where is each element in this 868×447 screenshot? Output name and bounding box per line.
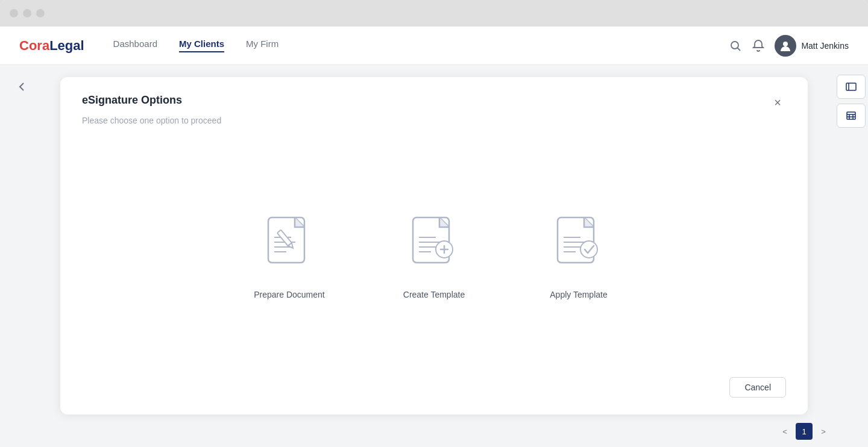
user-name: Matt Jenkins xyxy=(801,41,849,51)
modal-subtitle: Please choose one option to proceed xyxy=(82,116,786,125)
svg-line-1 xyxy=(738,48,741,51)
apply-template-label: Apply Template xyxy=(550,290,607,299)
prepare-document-label: Prepare Document xyxy=(254,290,325,299)
panel-btn-2[interactable] xyxy=(837,104,866,128)
close-button[interactable]: × xyxy=(769,94,786,111)
nav-links: Dashboard My Clients My Firm xyxy=(113,39,729,52)
logo-legal: Legal xyxy=(49,38,84,53)
window-dot-2 xyxy=(23,9,31,17)
svg-rect-3 xyxy=(846,83,856,90)
navbar: CoraLegal Dashboard My Clients My Firm xyxy=(0,27,868,65)
logo-cora: Cora xyxy=(19,38,49,53)
avatar xyxy=(775,35,796,57)
right-panel xyxy=(834,65,868,447)
nav-dashboard[interactable]: Dashboard xyxy=(113,39,157,52)
window-dot-1 xyxy=(10,9,18,17)
nav-actions: Matt Jenkins xyxy=(729,35,849,57)
panel-btn-1[interactable] xyxy=(837,75,866,99)
modal-header: eSignature Options × xyxy=(82,94,786,111)
search-icon[interactable] xyxy=(729,39,742,52)
app-window: CoraLegal Dashboard My Clients My Firm xyxy=(0,0,868,447)
option-prepare-document[interactable]: Prepare Document xyxy=(253,205,326,299)
prepare-document-icon xyxy=(253,205,326,278)
esignature-modal: eSignature Options × Please choose one o… xyxy=(60,77,808,414)
svg-point-0 xyxy=(731,42,738,49)
create-template-icon xyxy=(398,205,470,278)
notification-icon[interactable] xyxy=(752,39,765,52)
svg-point-2 xyxy=(783,42,788,46)
pagination-next[interactable]: > xyxy=(815,423,832,440)
options-row: Prepare Document xyxy=(82,149,786,367)
main-content: eSignature Options × Please choose one o… xyxy=(0,65,868,447)
app-body: CoraLegal Dashboard My Clients My Firm xyxy=(0,27,868,447)
pagination-current[interactable]: 1 xyxy=(796,423,813,440)
svg-point-29 xyxy=(580,241,597,258)
logo: CoraLegal xyxy=(19,38,84,54)
pagination: < 1 > xyxy=(776,423,832,440)
apply-template-icon xyxy=(542,205,615,278)
user-menu[interactable]: Matt Jenkins xyxy=(775,35,849,57)
title-bar xyxy=(0,0,868,27)
create-template-label: Create Template xyxy=(403,290,465,299)
window-dot-3 xyxy=(36,9,45,17)
option-apply-template[interactable]: Apply Template xyxy=(542,205,615,299)
modal-title: eSignature Options xyxy=(82,94,182,107)
svg-rect-5 xyxy=(847,112,855,119)
cancel-button[interactable]: Cancel xyxy=(729,377,786,398)
pagination-prev[interactable]: < xyxy=(776,423,793,440)
modal-footer: Cancel xyxy=(82,367,786,398)
nav-my-firm[interactable]: My Firm xyxy=(246,39,278,52)
nav-my-clients[interactable]: My Clients xyxy=(179,39,224,52)
back-button[interactable] xyxy=(12,77,31,96)
option-create-template[interactable]: Create Template xyxy=(398,205,470,299)
